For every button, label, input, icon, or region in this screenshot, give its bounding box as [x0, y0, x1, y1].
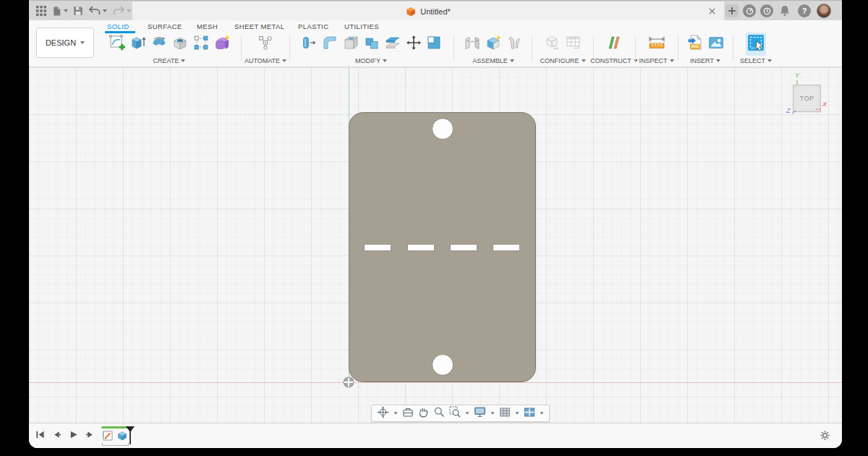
- part-slot-3[interactable]: [450, 244, 477, 251]
- combine-icon[interactable]: [363, 34, 380, 54]
- timeline-settings-gear-icon[interactable]: [820, 430, 830, 444]
- step-back-button[interactable]: [52, 429, 61, 442]
- group-modify-label[interactable]: MODIFY: [355, 57, 387, 64]
- look-at-icon[interactable]: [402, 407, 414, 421]
- notifications-bell-icon[interactable]: [779, 4, 791, 20]
- zoom-window-caret-icon[interactable]: [465, 412, 469, 414]
- group-configure: CONFIGURE: [533, 32, 592, 64]
- undo-caret-icon: [103, 9, 107, 12]
- step-forward-button[interactable]: [85, 429, 95, 442]
- help-icon[interactable]: ?: [798, 4, 811, 17]
- document-title: Untitled*: [420, 7, 451, 16]
- move-copy-icon[interactable]: [405, 34, 422, 54]
- extrude-icon[interactable]: [129, 34, 147, 54]
- group-select-label[interactable]: SELECT: [740, 57, 772, 64]
- group-modify: MODIFY: [291, 32, 451, 64]
- orbit-caret-icon[interactable]: [393, 412, 397, 414]
- zoom-window-icon[interactable]: [449, 406, 461, 421]
- part-slot-1[interactable]: [364, 244, 391, 251]
- titlebar-left-controls: [36, 1, 131, 21]
- redo-caret-icon: [127, 9, 131, 12]
- extensions-icon[interactable]: [743, 4, 756, 17]
- orbit-icon[interactable]: [377, 406, 389, 421]
- grid-display-caret-icon[interactable]: [515, 412, 519, 414]
- group-construct-label[interactable]: CONSTRUCT: [590, 57, 638, 64]
- workspace-caret-icon: [80, 41, 85, 44]
- origin-marker-icon[interactable]: [342, 376, 355, 389]
- insert-svg-icon[interactable]: SVG: [686, 34, 704, 54]
- model-canvas[interactable]: TOP Y X Z: [29, 67, 842, 423]
- viewcube-y-axis-label: Y: [795, 72, 799, 79]
- app-grid-icon[interactable]: [36, 6, 46, 16]
- group-divider: [289, 36, 290, 61]
- display-settings-caret-icon[interactable]: [490, 412, 494, 414]
- select-icon[interactable]: [746, 33, 766, 56]
- press-pull-icon[interactable]: [300, 34, 318, 54]
- joint-origin-icon[interactable]: [506, 34, 523, 54]
- create-sketch-icon[interactable]: [109, 34, 126, 54]
- workspace-selector[interactable]: DESIGN: [36, 28, 94, 58]
- shell-icon[interactable]: [342, 34, 359, 54]
- play-button[interactable]: [69, 429, 78, 442]
- screenshot-root: { "titlebar": { "document_title": "Untit…: [0, 0, 868, 456]
- insert-canvas-icon[interactable]: [707, 34, 725, 54]
- group-automate-label[interactable]: AUTOMATE: [244, 57, 286, 64]
- new-tab-button[interactable]: [726, 4, 739, 17]
- new-component-icon[interactable]: [485, 34, 502, 54]
- viewports-caret-icon[interactable]: [540, 412, 543, 414]
- fillet-icon[interactable]: [321, 34, 339, 54]
- file-menu-button[interactable]: [51, 6, 68, 17]
- pattern-icon[interactable]: [192, 34, 210, 54]
- group-assemble-label[interactable]: ASSEMBLE: [472, 57, 514, 64]
- align-icon[interactable]: [426, 35, 442, 54]
- timeline-playhead-handle[interactable]: [126, 426, 135, 432]
- tab-plastic[interactable]: PLASTIC: [298, 22, 328, 30]
- zoom-icon[interactable]: [433, 406, 445, 421]
- redo-button[interactable]: [112, 6, 131, 16]
- group-inspect-label[interactable]: INSPECT: [639, 57, 673, 64]
- group-construct: CONSTRUCT: [594, 32, 634, 64]
- group-divider: [454, 36, 454, 61]
- file-menu-caret-icon: [64, 9, 68, 12]
- tab-sheet-metal[interactable]: SHEET METAL: [234, 22, 285, 30]
- configuration-table-icon[interactable]: [565, 34, 582, 54]
- close-tab-icon[interactable]: [707, 6, 717, 16]
- grid-display-icon[interactable]: [499, 407, 511, 421]
- tab-surface[interactable]: SURFACE: [148, 22, 182, 30]
- part-hole-bottom[interactable]: [432, 354, 454, 376]
- joint-icon[interactable]: [464, 34, 481, 54]
- user-avatar[interactable]: [817, 4, 831, 18]
- document-tab[interactable]: Untitled*: [132, 1, 724, 21]
- navigation-bar: [371, 405, 550, 422]
- display-settings-icon[interactable]: [474, 406, 486, 421]
- job-status-icon[interactable]: [760, 4, 773, 17]
- construct-plane-icon[interactable]: [605, 34, 623, 54]
- group-insert-label[interactable]: INSERT: [690, 57, 720, 64]
- part-slot-4[interactable]: [493, 244, 520, 251]
- pan-icon[interactable]: [418, 406, 429, 421]
- automate-icon[interactable]: [257, 34, 274, 54]
- viewports-icon[interactable]: [524, 407, 535, 421]
- configure-cube-icon[interactable]: [544, 34, 561, 54]
- go-to-start-button[interactable]: [35, 429, 45, 442]
- group-configure-label[interactable]: CONFIGURE: [540, 57, 586, 64]
- tab-solid[interactable]: SOLID: [107, 22, 129, 30]
- offset-faces-icon[interactable]: [384, 34, 401, 54]
- tab-mesh[interactable]: MESH: [197, 22, 218, 30]
- group-create-label[interactable]: CREATE: [153, 57, 186, 64]
- undo-button[interactable]: [88, 6, 107, 16]
- group-assemble: ASSEMBLE: [456, 32, 531, 64]
- measure-icon[interactable]: [647, 34, 666, 54]
- part-slot-2[interactable]: [407, 244, 435, 251]
- group-select: SELECT: [733, 32, 778, 64]
- ribbon-toolbar: DESIGN SOLID SURFACE MESH SHEET METAL PL…: [29, 20, 842, 67]
- revolve-icon[interactable]: [150, 34, 168, 54]
- create-form-icon[interactable]: [213, 34, 231, 54]
- tab-utilities[interactable]: UTILITIES: [344, 22, 379, 30]
- save-button[interactable]: [73, 6, 83, 16]
- timeline-sketch-feature[interactable]: [103, 430, 114, 442]
- group-divider: [241, 36, 242, 61]
- hole-icon[interactable]: [171, 34, 189, 54]
- group-insert: SVG INSERT: [678, 32, 732, 64]
- part-hole-top[interactable]: [432, 118, 454, 140]
